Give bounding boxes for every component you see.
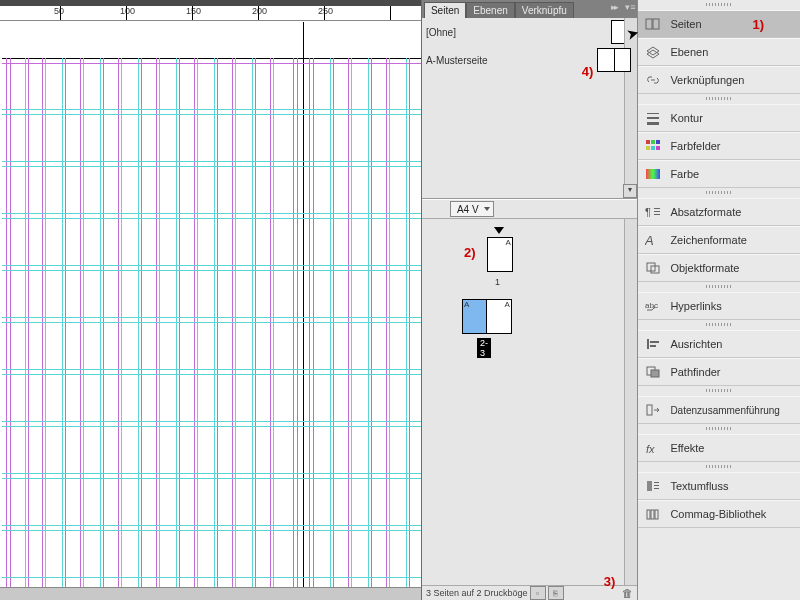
scrollbar[interactable] xyxy=(624,219,637,585)
right-dock: Seiten 1) Ebenen Verknüpfungen Kontur Fa… xyxy=(637,0,800,600)
svg-rect-1 xyxy=(653,19,659,29)
master-indicator: A xyxy=(506,238,511,247)
dock-grip[interactable] xyxy=(638,424,800,434)
sidebar-item-kontur[interactable]: Kontur xyxy=(638,104,800,132)
ruler-label: 150 xyxy=(186,6,201,16)
color-icon xyxy=(644,166,662,182)
page-number: 1 xyxy=(495,277,500,287)
layers-icon xyxy=(644,44,662,60)
page-thumb-2[interactable]: A xyxy=(462,299,487,334)
sidebar-item-ausrichten[interactable]: Ausrichten xyxy=(638,330,800,358)
svg-rect-33 xyxy=(654,488,659,489)
library-icon xyxy=(644,506,662,522)
pages-panel-status: 3 Seiten auf 2 Druckböge ▫ ⎘ 3) 🗑 xyxy=(422,585,637,600)
sidebar-item-label: Seiten xyxy=(670,18,701,30)
scrollbar[interactable] xyxy=(624,18,637,198)
master-row-a[interactable]: A-Musterseite xyxy=(422,46,637,74)
sidebar-item-textumfluss[interactable]: Textumfluss xyxy=(638,472,800,500)
scroll-down-icon[interactable]: ▾ xyxy=(623,184,637,198)
sidebar-item-datenzusammenfuehrung[interactable]: Datenzusammenführung xyxy=(638,396,800,424)
sidebar-item-absatzformate[interactable]: ¶ Absatzformate xyxy=(638,198,800,226)
page-size-select[interactable]: A4 V xyxy=(450,201,494,217)
tab-verknuepfungen[interactable]: Verknüpfu xyxy=(515,2,574,19)
object-styles-icon xyxy=(644,260,662,276)
ruler-label: 200 xyxy=(252,6,267,16)
dock-grip[interactable] xyxy=(638,188,800,198)
svg-rect-0 xyxy=(646,19,652,29)
doc-statusbar xyxy=(0,587,421,600)
panel-tabs: Seiten Ebenen Verknüpfu ▸▸ ▾≡ xyxy=(422,0,637,18)
dock-grip[interactable] xyxy=(638,386,800,396)
text-wrap-icon xyxy=(644,478,662,494)
paragraph-styles-icon: ¶ xyxy=(644,204,662,220)
page-thumb-3[interactable]: A xyxy=(486,299,512,334)
character-styles-icon: A xyxy=(644,232,662,248)
sidebar-item-label: Ebenen xyxy=(670,46,708,58)
swatches-icon xyxy=(644,138,662,154)
svg-text:abc: abc xyxy=(645,301,658,310)
dock-grip[interactable] xyxy=(638,462,800,472)
svg-rect-12 xyxy=(656,146,660,150)
sidebar-item-seiten[interactable]: Seiten 1) xyxy=(638,10,800,38)
sidebar-item-label: Datenzusammenführung xyxy=(670,405,780,416)
hyperlinks-icon: abc xyxy=(644,298,662,314)
master-thumb-a xyxy=(597,48,631,72)
horizontal-ruler[interactable]: 50 100 150 200 250 xyxy=(0,6,421,21)
collapse-panel-icon[interactable]: ▸▸ xyxy=(611,2,617,12)
new-page-button[interactable]: ⎘ xyxy=(548,586,564,600)
sidebar-item-bibliothek[interactable]: Commag-Bibliothek xyxy=(638,500,800,528)
svg-rect-11 xyxy=(651,146,655,150)
svg-rect-8 xyxy=(651,140,655,144)
align-icon xyxy=(644,336,662,352)
sidebar-item-verknuepfungen[interactable]: Verknüpfungen xyxy=(638,66,800,94)
dock-grip[interactable] xyxy=(638,282,800,292)
dock-grip[interactable] xyxy=(638,94,800,104)
sidebar-item-label: Hyperlinks xyxy=(670,300,721,312)
sidebar-item-farbfelder[interactable]: Farbfelder xyxy=(638,132,800,160)
dock-grip[interactable] xyxy=(638,0,800,10)
pages-area[interactable]: A 1 2) A A 2-3 xyxy=(422,219,637,585)
trash-icon[interactable]: 🗑 xyxy=(622,587,633,599)
page-size-bar: A4 V xyxy=(422,199,637,219)
svg-marker-3 xyxy=(647,50,659,58)
sidebar-item-zeichenformate[interactable]: A Zeichenformate xyxy=(638,226,800,254)
svg-rect-28 xyxy=(647,405,652,415)
sidebar-item-effekte[interactable]: fx Effekte xyxy=(638,434,800,462)
annotation-1: 1) xyxy=(752,17,764,32)
svg-text:fx: fx xyxy=(646,443,655,455)
svg-rect-4 xyxy=(647,117,659,119)
sidebar-item-hyperlinks[interactable]: abc Hyperlinks xyxy=(638,292,800,320)
master-row-none[interactable]: [Ohne] xyxy=(422,18,637,46)
dock-grip[interactable] xyxy=(638,320,800,330)
sidebar-item-label: Effekte xyxy=(670,442,704,454)
page-thumb-1[interactable]: A xyxy=(487,237,513,272)
links-icon xyxy=(644,72,662,88)
sidebar-item-label: Absatzformate xyxy=(670,206,741,218)
sidebar-item-label: Farbfelder xyxy=(670,140,720,152)
tab-seiten[interactable]: Seiten xyxy=(424,2,466,19)
sidebar-item-ebenen[interactable]: Ebenen xyxy=(638,38,800,66)
svg-rect-31 xyxy=(654,482,659,483)
master-indicator: A xyxy=(505,300,510,309)
svg-text:A: A xyxy=(645,233,654,247)
sidebar-item-objektformate[interactable]: Objektformate xyxy=(638,254,800,282)
svg-rect-35 xyxy=(651,510,654,519)
svg-rect-34 xyxy=(647,510,650,519)
panel-menu-icon[interactable]: ▾≡ xyxy=(625,2,635,12)
svg-rect-7 xyxy=(646,140,650,144)
sidebar-item-label: Zeichenformate xyxy=(670,234,746,246)
document-canvas[interactable]: 50 100 150 200 250 xyxy=(0,0,421,600)
sidebar-item-farbe[interactable]: Farbe xyxy=(638,160,800,188)
ruler-label: 100 xyxy=(120,6,135,16)
sidebar-item-label: Textumfluss xyxy=(670,480,728,492)
svg-rect-6 xyxy=(647,122,659,125)
pathfinder-icon xyxy=(644,364,662,380)
master-page-list[interactable]: [Ohne] A-Musterseite 4) ▾ xyxy=(422,18,637,199)
edit-page-size-button[interactable]: ▫ xyxy=(530,586,546,600)
svg-rect-13 xyxy=(646,169,660,179)
sidebar-item-pathfinder[interactable]: Pathfinder xyxy=(638,358,800,386)
tab-ebenen[interactable]: Ebenen xyxy=(466,2,514,19)
stroke-icon xyxy=(644,110,662,126)
svg-rect-25 xyxy=(650,345,656,347)
sidebar-item-label: Kontur xyxy=(670,112,702,124)
